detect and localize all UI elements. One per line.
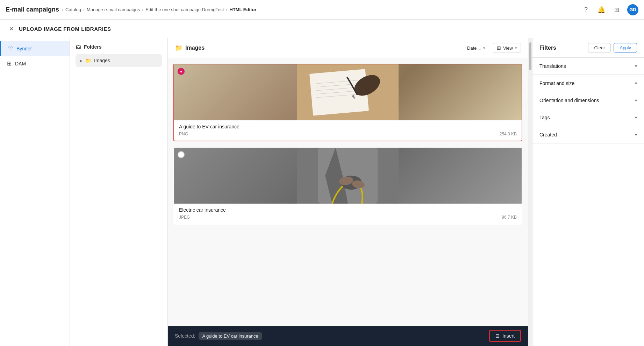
selection-info: Selected: A guide to EV car insurance xyxy=(175,332,262,340)
modal-header: ✕ UPLOAD IMAGE FROM LIBRARIES xyxy=(0,20,644,38)
folders-header: 🗂 Folders xyxy=(76,44,162,50)
filter-orientation-chevron: ▾ xyxy=(635,98,637,103)
avatar[interactable]: GD xyxy=(627,4,638,15)
filters-actions: Clear Apply xyxy=(588,43,637,52)
sort-arrow-icon: ↓ xyxy=(479,45,481,51)
image-name-2: Electric car insurance xyxy=(179,207,517,213)
help-icon[interactable]: ? xyxy=(581,5,591,15)
image-format-2: JPEG xyxy=(179,215,190,220)
breadcrumb-sep-1: › xyxy=(83,7,85,12)
breadcrumb-edit[interactable]: Edit the one shot campaign DormgTest xyxy=(145,7,224,12)
image-preview-1: ● xyxy=(174,64,522,120)
sort-label: Date xyxy=(467,45,477,51)
scroll-thumb[interactable] xyxy=(529,42,531,70)
select-dot-1[interactable]: ● xyxy=(178,68,185,75)
topbar-left: E-mail campaigns › Catalog › Manage e-ma… xyxy=(6,6,256,13)
selected-name: A guide to EV car insurance xyxy=(199,332,262,340)
modal-wrapper: ✕ UPLOAD IMAGE FROM LIBRARIES ♡ Bynder ⊞… xyxy=(0,20,644,346)
grid-icon[interactable]: ⊞ xyxy=(612,5,622,15)
image-format-1: PNG xyxy=(179,132,188,136)
insert-label: Insert xyxy=(502,333,515,339)
sidebar-item-dam[interactable]: ⊞ DAM xyxy=(0,56,70,71)
breadcrumb-sep-3: › xyxy=(226,7,227,12)
filter-section-created[interactable]: Created ▾ xyxy=(532,126,644,143)
image-meta-2: JPEG 96.7 KB xyxy=(179,215,517,220)
image-info-2: Electric car insurance JPEG 96.7 KB xyxy=(174,204,522,224)
view-button[interactable]: ⊞ View ▾ xyxy=(493,43,521,53)
folders-icon: 🗂 xyxy=(76,44,81,50)
filter-created-chevron: ▾ xyxy=(635,132,637,137)
folder-item-images[interactable]: ▶ 📁 Images xyxy=(76,54,162,67)
sidebar-item-bynder-label: Bynder xyxy=(16,46,32,51)
breadcrumb-catalog[interactable]: Catalog xyxy=(65,7,81,12)
images-header: 📁 Images Date ↓ ▾ ⊞ View ▾ xyxy=(168,38,528,58)
folder-item-images-label: Images xyxy=(94,58,110,63)
view-chevron-icon: ▾ xyxy=(515,46,517,50)
breadcrumb-current: HTML Editor xyxy=(229,7,256,12)
bell-icon[interactable]: 🔔 xyxy=(596,5,606,15)
images-title: Images xyxy=(185,45,205,51)
image-card-2[interactable]: Electric car insurance JPEG 96.7 KB xyxy=(173,147,522,225)
sort-dropdown[interactable]: Date ↓ ▾ xyxy=(464,44,489,52)
topbar: E-mail campaigns › Catalog › Manage e-ma… xyxy=(0,0,644,20)
filter-format-size-chevron: ▾ xyxy=(635,81,637,86)
image-size-2: 96.7 KB xyxy=(502,215,517,220)
main-layout: ♡ Bynder ⊞ DAM 🗂 Folders ▶ 📁 Images xyxy=(0,38,644,346)
filter-translations-label: Translations xyxy=(539,63,566,69)
filter-section-orientation[interactable]: Orientation and dimensions ▾ xyxy=(532,92,644,109)
select-dot-2[interactable] xyxy=(178,151,185,158)
images-folder-icon: 📁 xyxy=(175,44,183,52)
modal-title: UPLOAD IMAGE FROM LIBRARIES xyxy=(19,26,111,32)
image-card-1[interactable]: ● A guide to EV car insurance PNG 254.3 … xyxy=(173,64,522,141)
filter-section-tags[interactable]: Tags ▾ xyxy=(532,109,644,126)
clear-button[interactable]: Clear xyxy=(588,43,611,52)
close-icon[interactable]: ✕ xyxy=(7,24,15,33)
breadcrumb-manage[interactable]: Manage e-mail campaigns xyxy=(87,7,140,12)
filter-section-created-header: Created ▾ xyxy=(532,126,644,143)
selection-bar: Selected: A guide to EV car insurance ⊡ … xyxy=(168,326,528,346)
scroll-track xyxy=(528,38,532,346)
insert-icon: ⊡ xyxy=(495,333,500,339)
filter-tags-label: Tags xyxy=(539,115,550,120)
folder-panel: 🗂 Folders ▶ 📁 Images xyxy=(70,38,168,346)
filter-created-label: Created xyxy=(539,132,557,137)
filter-format-size-label: Format and size xyxy=(539,80,574,86)
filter-translations-chevron: ▾ xyxy=(635,64,637,69)
sort-chevron-icon: ▾ xyxy=(483,46,485,50)
filter-section-tags-header: Tags ▾ xyxy=(532,109,644,126)
filter-section-translations-header: Translations ▾ xyxy=(532,58,644,75)
filter-orientation-label: Orientation and dimensions xyxy=(539,98,599,103)
images-title-row: 📁 Images xyxy=(175,44,205,52)
folders-label: Folders xyxy=(84,44,102,50)
image-preview-2 xyxy=(174,148,522,204)
images-grid: ● A guide to EV car insurance PNG 254.3 … xyxy=(168,58,528,346)
folder-arrow-icon: ▶ xyxy=(80,59,83,63)
image-thumbnail-2 xyxy=(174,148,522,204)
app-title: E-mail campaigns xyxy=(6,6,59,13)
breadcrumb: › Catalog › Manage e-mail campaigns › Ed… xyxy=(62,7,256,12)
filter-tags-chevron: ▾ xyxy=(635,115,637,120)
dam-icon: ⊞ xyxy=(7,60,12,67)
filters-title: Filters xyxy=(539,45,556,51)
breadcrumb-sep-2: › xyxy=(142,7,143,12)
view-label: View xyxy=(503,45,513,51)
image-size-1: 254.3 KB xyxy=(500,132,517,136)
left-sidebar: ♡ Bynder ⊞ DAM xyxy=(0,38,70,346)
images-panel: 📁 Images Date ↓ ▾ ⊞ View ▾ xyxy=(168,38,528,346)
view-grid-icon: ⊞ xyxy=(497,45,501,51)
images-controls: Date ↓ ▾ ⊞ View ▾ xyxy=(464,43,521,53)
sidebar-item-bynder[interactable]: ♡ Bynder xyxy=(0,41,70,56)
filter-section-translations[interactable]: Translations ▾ xyxy=(532,58,644,75)
filter-section-format-size[interactable]: Format and size ▾ xyxy=(532,75,644,92)
bynder-icon: ♡ xyxy=(8,45,13,52)
filters-header: Filters Clear Apply xyxy=(532,38,644,58)
image-name-1: A guide to EV car insurance xyxy=(179,124,517,129)
insert-button[interactable]: ⊡ Insert xyxy=(489,330,521,342)
folder-icon: 📁 xyxy=(85,58,91,63)
image-meta-1: PNG 254.3 KB xyxy=(179,132,517,136)
apply-button[interactable]: Apply xyxy=(614,43,637,52)
image-thumbnail-1 xyxy=(174,64,522,120)
filters-panel: Filters Clear Apply Translations ▾ Forma… xyxy=(532,38,644,346)
filter-section-orientation-header: Orientation and dimensions ▾ xyxy=(532,92,644,109)
topbar-right: ? 🔔 ⊞ GD xyxy=(581,4,638,15)
